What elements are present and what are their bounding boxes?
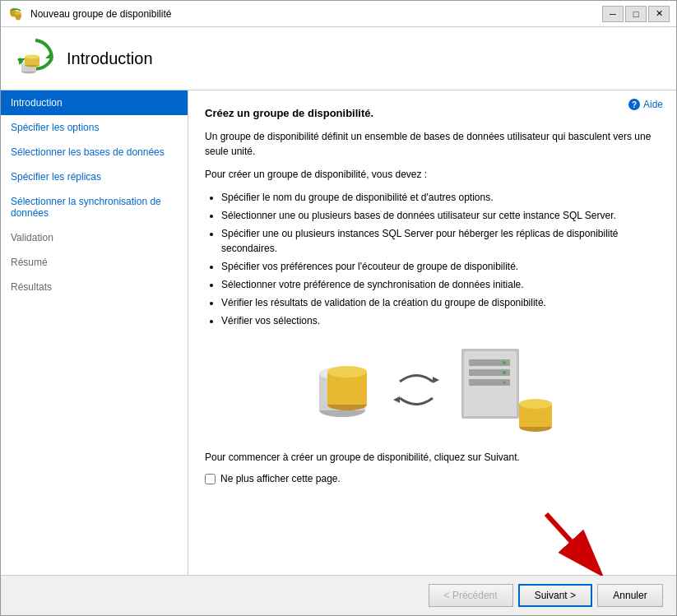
sidebar-item-summary: Résumé	[1, 250, 188, 275]
step-3: Spécifier une ou plusieurs instances SQL…	[221, 226, 660, 256]
sidebar: Introduction Spécifier les options Sélec…	[1, 90, 188, 575]
footer-text: Pour commencer à créer un groupe de disp…	[205, 452, 660, 463]
sidebar-item-replicas[interactable]: Spécifier les réplicas	[1, 164, 188, 189]
close-button[interactable]: ✕	[648, 6, 670, 22]
main-content: Introduction Spécifier les options Sélec…	[1, 90, 676, 575]
svg-marker-18	[433, 377, 439, 383]
svg-point-17	[327, 366, 367, 377]
content-description: Un groupe de disponibilité définit un en…	[205, 129, 660, 159]
sync-arrows-icon	[392, 365, 441, 415]
svg-point-27	[503, 381, 506, 384]
svg-point-25	[503, 361, 506, 364]
svg-point-30	[519, 399, 552, 409]
main-window: Nouveau groupe de disponibilité ─ □ ✕ In…	[0, 0, 677, 616]
window-title: Nouveau groupe de disponibilité	[30, 8, 602, 20]
previous-button[interactable]: < Précédent	[429, 584, 513, 607]
step-5: Sélectionner votre préférence de synchro…	[221, 277, 660, 292]
step-4: Spécifier vos préférences pour l'écouteu…	[221, 259, 660, 274]
svg-point-26	[503, 371, 506, 374]
bottom-bar: < Précédent Suivant > Annuler	[1, 575, 676, 615]
illustration	[205, 345, 660, 435]
step-2: Sélectionner une ou plusieurs bases de d…	[221, 208, 660, 223]
checkbox-row: Ne plus afficher cette page.	[205, 473, 660, 484]
svg-point-3	[15, 12, 21, 14]
checkbox-label: Ne plus afficher cette page.	[220, 473, 341, 484]
header-icon	[14, 37, 57, 80]
header: Introduction	[1, 27, 676, 90]
step-1: Spécifier le nom du groupe de disponibil…	[221, 190, 660, 205]
sidebar-item-intro[interactable]: Introduction	[1, 90, 188, 115]
arrow-container: < Précédent Suivant > Annuler	[1, 575, 676, 615]
next-button[interactable]: Suivant >	[518, 584, 592, 607]
server-db-icon	[457, 345, 556, 435]
header-title: Introduction	[67, 49, 153, 68]
step-7: Vérifier vos sélections.	[221, 313, 660, 328]
sidebar-item-results: Résultats	[1, 275, 188, 299]
title-bar: Nouveau groupe de disponibilité ─ □ ✕	[1, 1, 676, 27]
svg-marker-19	[393, 396, 400, 403]
step-6: Vérifier les résultats de validation de …	[221, 295, 660, 310]
app-icon	[7, 6, 24, 22]
no-show-checkbox[interactable]	[205, 474, 216, 484]
content-title: Créez un groupe de disponibilité.	[205, 107, 660, 119]
minimize-button[interactable]: ─	[602, 6, 624, 22]
sidebar-item-sync[interactable]: Sélectionner la synchronisation de donné…	[1, 189, 188, 225]
help-icon: ?	[628, 99, 640, 110]
sidebar-item-databases[interactable]: Sélectionner les bases de données	[1, 140, 188, 164]
help-label: Aide	[643, 99, 663, 110]
steps-list: Spécifier le nom du groupe de disponibil…	[221, 190, 660, 328]
db-single-icon	[309, 349, 375, 431]
sidebar-item-validation: Validation	[1, 225, 188, 250]
help-link[interactable]: ? Aide	[628, 99, 663, 110]
content-area: ? Aide Créez un groupe de disponibilité.…	[188, 90, 676, 575]
cancel-button[interactable]: Annuler	[597, 584, 663, 607]
window-controls: ─ □ ✕	[602, 6, 670, 22]
sidebar-item-options[interactable]: Spécifier les options	[1, 115, 188, 140]
maximize-button[interactable]: □	[625, 6, 647, 22]
steps-intro: Pour créer un groupe de disponibilité, v…	[205, 167, 660, 182]
svg-point-11	[25, 55, 39, 59]
